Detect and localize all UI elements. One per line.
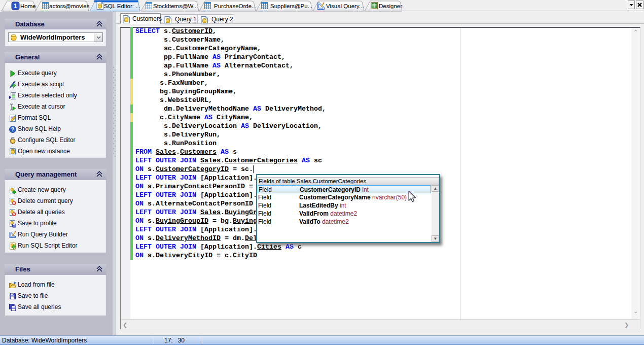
svg-text:Designer: Designer <box>379 3 402 9</box>
svg-text:StockItems@W...: StockItems@W... <box>153 3 198 9</box>
svg-text:SQL Editor: ...: SQL Editor: ... <box>104 3 140 9</box>
svg-text:PurchaseOrde...: PurchaseOrde... <box>214 3 257 9</box>
svg-text:actors@movies: actors@movies <box>49 3 90 9</box>
svg-text:Home: Home <box>20 3 36 9</box>
svg-text:Visual Query...: Visual Query... <box>326 3 364 9</box>
svg-text:Suppliers@Pu...: Suppliers@Pu... <box>270 3 312 9</box>
svg-text:1: 1 <box>14 3 17 10</box>
